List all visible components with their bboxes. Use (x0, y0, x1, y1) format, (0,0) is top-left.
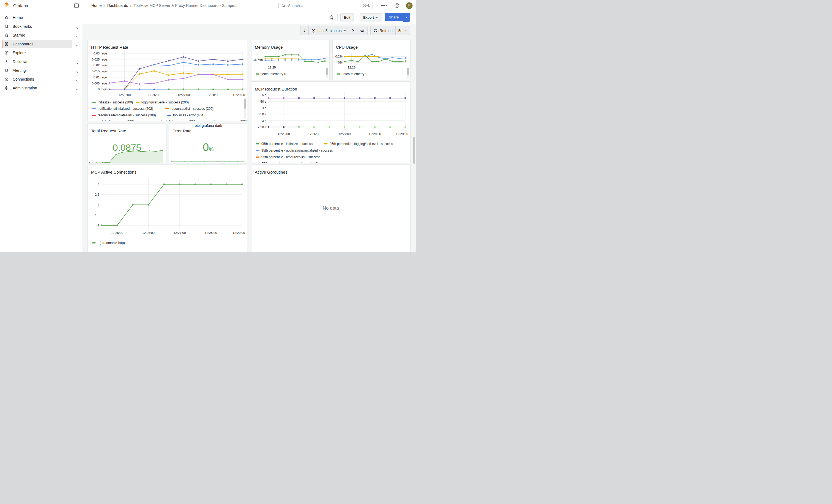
svg-text:12:26:00: 12:26:00 (142, 231, 155, 234)
legend-item[interactable]: unknown - success (200) (204, 120, 247, 121)
home-icon (4, 16, 9, 20)
sidebar-item-label: Bookmarks (12, 24, 32, 29)
legend-scrollbar[interactable] (407, 68, 409, 78)
sidebar-item-label: Connections (12, 77, 34, 81)
sidebar-item-drilldown[interactable]: Drilldown (0, 57, 82, 66)
chevron-down-icon[interactable] (76, 69, 79, 72)
chevron-down-icon[interactable] (76, 87, 79, 89)
user-avatar[interactable] (406, 2, 413, 9)
legend-item[interactable]: 95th percentile - notifications/initiali… (256, 148, 333, 153)
sidebar-item-administration[interactable]: Administration (0, 84, 82, 92)
breadcrumb-separator: › (130, 4, 131, 8)
svg-text:0.02 req/s: 0.02 req/s (94, 63, 108, 67)
chevron-down-icon[interactable] (76, 34, 79, 36)
sidebar-item-connections[interactable]: Connections (0, 75, 82, 84)
legend-color-chip (256, 74, 259, 75)
breadcrumb-dashboards[interactable]: Dashboards (107, 3, 128, 8)
legend-item[interactable]: - (streamable-http) (92, 241, 125, 245)
legend-item[interactable]: initialize - success (200) (92, 100, 133, 105)
chevron-down-icon[interactable] (76, 78, 79, 80)
legend-scrollbar[interactable] (326, 68, 328, 78)
favorite-star-icon[interactable] (328, 14, 335, 21)
chevron-down-icon[interactable] (76, 43, 79, 45)
sidebar-item-home[interactable]: Home (0, 13, 82, 22)
sidebar-item-starred[interactable]: Starred (0, 31, 82, 39)
legend-item[interactable]: resources/templates/list - success (200) (92, 113, 156, 117)
svg-text:0%: 0% (338, 61, 342, 64)
sidebar-item-label: Administration (12, 86, 37, 90)
chevron-down-icon (405, 16, 408, 19)
brand[interactable]: Grafana (0, 2, 58, 9)
page-scrollbar[interactable] (413, 137, 415, 164)
legend-item[interactable]: 95th percentile - resources/templates/li… (256, 161, 335, 163)
sidebar-item-bookmarks[interactable]: Bookmarks (0, 22, 82, 31)
refresh-interval-picker[interactable]: 5s (395, 26, 410, 35)
sidebar-item-dashboards[interactable]: Dashboards (0, 39, 82, 48)
zoom-out-button[interactable] (357, 26, 368, 35)
search-input[interactable] (287, 3, 361, 8)
legend-color-chip (324, 143, 328, 144)
http-request-rate-chart[interactable]: 0 req/s0.005 req/s0.01 req/s0.015 req/s0… (88, 40, 247, 98)
divider (403, 2, 403, 9)
legend-item[interactable]: tools/list - success (200) (155, 120, 197, 121)
sidebar-item-explore[interactable]: Explore (0, 48, 82, 57)
legend-color-chip (92, 115, 96, 116)
legend-item[interactable]: notifications/initialized - success (202… (92, 106, 153, 111)
svg-text:12:29:00: 12:29:00 (396, 132, 408, 136)
svg-text:3.50 s: 3.50 s (258, 112, 267, 116)
refresh-button[interactable]: Refresh (370, 26, 395, 35)
grafana-logo-icon (3, 2, 10, 9)
compass-icon (4, 51, 9, 55)
memory-usage-chart[interactable]: 16 MiB12:25 (252, 40, 329, 71)
svg-text:0.005 req/s: 0.005 req/s (92, 82, 108, 85)
legend-scrollbar[interactable] (244, 98, 246, 119)
svg-text:4 s: 4 s (262, 106, 267, 109)
gear-icon (4, 86, 9, 90)
cpu-usage-chart[interactable]: 0.2%0%12:25 (333, 40, 410, 71)
panel-http-request-rate: HTTP Request Rate 0 req/s0.005 req/s0.01… (87, 39, 248, 121)
breadcrumb-home[interactable]: Home (92, 3, 102, 8)
mcp-active-connections-chart[interactable]: 11.522.5312:25:0012:26:0012:27:0012:28:0… (88, 165, 247, 237)
svg-text:1: 1 (98, 224, 99, 227)
add-button[interactable] (380, 3, 388, 8)
chevron-down-icon[interactable] (76, 60, 79, 63)
help-icon[interactable]: ? (394, 2, 400, 9)
legend-item[interactable]: tools/call - success (200) (92, 120, 134, 121)
svg-text:5 s: 5 s (262, 93, 267, 97)
share-button[interactable]: Share (385, 13, 403, 21)
grafana-app: Grafana Home › Dashboards › ToolHive MCP… (0, 0, 416, 252)
search-shortcut: ⌘+k (363, 4, 370, 7)
legend-item[interactable]: fetch-telemetry-0 (337, 72, 367, 76)
svg-text:2.50 s: 2.50 s (258, 126, 267, 129)
sidebar-toggle-icon[interactable] (74, 3, 79, 8)
time-shift-back-button[interactable] (300, 26, 308, 35)
search-box[interactable]: ⌘+k (279, 2, 373, 9)
legend-item[interactable]: fetch-telemetry-0 (256, 72, 286, 76)
chevron-down-icon[interactable] (76, 25, 79, 27)
legend-item[interactable]: resources/list - success (200) (165, 106, 213, 111)
stat-value: 0% (169, 141, 247, 154)
mcp-request-duration-chart[interactable]: 5 s4.50 s4 s3.50 s3 s2.50 s12:25:0012:26… (252, 82, 410, 138)
refresh-icon (373, 29, 378, 33)
export-button[interactable]: Export (360, 13, 382, 22)
legend-item[interactable]: logging/setLevel - success (200) (136, 100, 189, 105)
svg-text:12:25:00: 12:25:00 (111, 231, 123, 234)
time-range-picker[interactable]: Last 5 minutes (308, 26, 349, 35)
sidebar-item-label: Drilldown (12, 59, 29, 64)
legend-item[interactable]: 95th percentile - initialize - success (256, 142, 313, 146)
chevron-down-icon (375, 16, 378, 19)
legend-item[interactable]: 95th percentile - resources/list - succe… (256, 155, 320, 159)
divider (357, 14, 357, 21)
legend-item[interactable]: tools/call - error (404) (167, 113, 204, 117)
nav-right-actions: ? (380, 0, 413, 11)
brand-name: Grafana (13, 3, 28, 8)
legend-color-chip (256, 143, 259, 144)
svg-text:4.50 s: 4.50 s (258, 100, 267, 103)
sidebar-item-alerting[interactable]: Alerting (0, 66, 82, 75)
drilldown-icon (4, 59, 9, 64)
time-shift-forward-button[interactable] (349, 26, 357, 35)
edit-button[interactable]: Edit (340, 13, 354, 22)
share-menu-chevron[interactable] (403, 13, 410, 22)
svg-text:12:29:00: 12:29:00 (233, 93, 245, 97)
legend-item[interactable]: 95th percentile - logging/setLevel - suc… (324, 142, 393, 146)
